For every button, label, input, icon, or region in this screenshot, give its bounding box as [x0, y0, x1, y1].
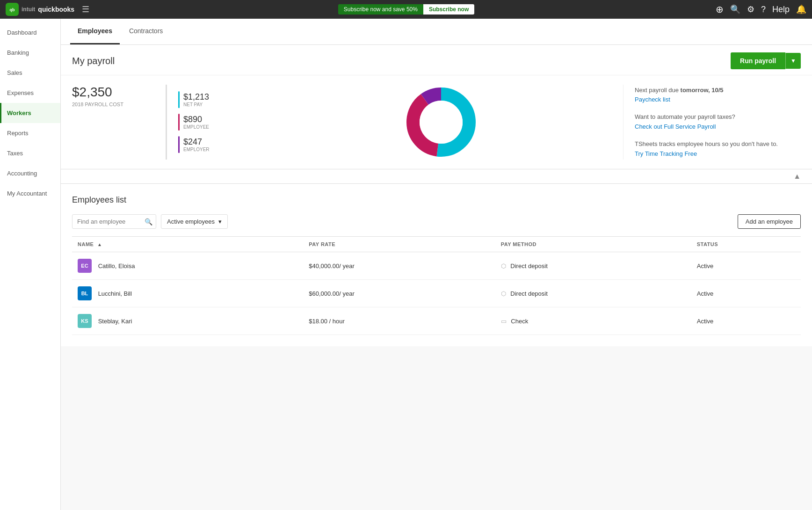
employee-name: Steblay, Kari — [98, 318, 132, 325]
pay-method-cell: ⬡ Direct deposit — [495, 252, 691, 280]
breakdown-employee: $890 EMPLOYEE — [178, 114, 259, 131]
col-name[interactable]: NAME ▲ — [72, 237, 303, 252]
pay-rate-cell: $40,000.00/ year — [303, 252, 495, 280]
logo-icon: qb — [6, 3, 19, 16]
tsheets-text: TSheets tracks employee hours so you don… — [635, 140, 778, 147]
filter-row: 🔍 Active employees ▾ Add an employee — [72, 214, 801, 229]
breakdown-net-pay: $1,213 NET PAY — [178, 91, 259, 108]
employee-name: Catillo, Eloisa — [98, 262, 135, 270]
search-icon: 🔍 — [145, 218, 152, 226]
run-payroll-dropdown[interactable]: ▼ — [785, 53, 801, 69]
full-service-link[interactable]: Check out Full Service Payroll — [635, 122, 801, 132]
add-employee-button[interactable]: Add an employee — [738, 214, 801, 229]
col-pay-rate: PAY RATE — [303, 237, 495, 252]
search-icon[interactable]: 🔍 — [730, 4, 740, 15]
sidebar-item-reports[interactable]: Reports — [0, 123, 60, 143]
logo-brand: quickbooks — [38, 6, 74, 13]
pay-method-cell: ⬡ Direct deposit — [495, 280, 691, 307]
add-icon[interactable]: ⊕ — [716, 4, 724, 15]
active-filter-label: Active employees — [167, 218, 215, 225]
payroll-header: My payroll Run payroll ▼ — [61, 45, 812, 75]
time-tracking-link[interactable]: Try Time Tracking Free — [635, 149, 801, 159]
pay-method-icon-check: ▭ — [501, 318, 507, 325]
status-cell: Active — [691, 280, 801, 307]
subscribe-button[interactable]: Subscribe now — [423, 4, 474, 15]
active-employees-filter[interactable]: Active employees ▾ — [161, 214, 228, 229]
app-layout: Dashboard Banking Sales Expenses Workers… — [0, 19, 812, 510]
sidebar-item-banking[interactable]: Banking — [0, 43, 60, 63]
paycheck-list-link[interactable]: Paycheck list — [635, 95, 801, 105]
help-label[interactable]: Help — [772, 5, 790, 15]
avatar-bl: BL — [78, 286, 92, 300]
pay-method-icon-deposit: ⬡ — [501, 290, 506, 297]
sidebar-item-dashboard[interactable]: Dashboard — [0, 22, 60, 43]
pay-method-cell: ▭ Check — [495, 307, 691, 335]
sidebar-item-expenses[interactable]: Expenses — [0, 83, 60, 103]
pay-rate-cell: $60,000.00/ year — [303, 280, 495, 307]
table-row[interactable]: BL Lucchini, Bill $60,000.00/ year ⬡ Dir… — [72, 280, 801, 307]
notifications-icon[interactable]: 🔔 — [796, 4, 806, 15]
next-payroll-text: Next payroll due — [635, 87, 679, 94]
help-icon[interactable]: ? — [761, 5, 766, 15]
employee-name-cell: KS Steblay, Kari — [72, 307, 303, 335]
sidebar-item-accounting[interactable]: Accounting — [0, 163, 60, 183]
employee-name-cell: EC Catillo, Eloisa — [72, 252, 303, 280]
automate-text: Want to automate your payroll taxes? — [635, 113, 735, 120]
menu-icon[interactable]: ☰ — [82, 4, 89, 15]
svg-point-5 — [420, 101, 463, 144]
avatar-ec: EC — [78, 259, 92, 273]
topbar: qb intuit quickbooks ☰ Subscribe now and… — [0, 0, 812, 19]
donut-chart — [404, 85, 478, 160]
payroll-cost-label: 2018 PAYROLL COST — [72, 102, 154, 107]
employer-amount: $247 — [183, 137, 210, 147]
next-payroll-bold: tomorrow, 10/5 — [681, 87, 724, 94]
status-cell: Active — [691, 307, 801, 335]
topbar-actions: ⊕ 🔍 ⚙ ? Help 🔔 — [716, 4, 806, 15]
net-pay-amount: $1,213 — [183, 92, 209, 102]
next-payroll-info: Next payroll due tomorrow, 10/5 Paycheck… — [635, 86, 801, 105]
tab-contractors[interactable]: Contractors — [122, 19, 170, 44]
employee-label: EMPLOYEE — [183, 124, 209, 130]
breakdown-employer: $247 EMPLOYER — [178, 136, 259, 153]
run-payroll-button[interactable]: Run payroll — [731, 52, 785, 69]
payroll-title: My payroll — [72, 56, 115, 72]
logo-text: intuit — [22, 6, 35, 13]
employee-search-input[interactable] — [72, 214, 156, 229]
sort-arrow-name: ▲ — [97, 242, 102, 247]
payroll-cost-amount: $2,350 — [72, 85, 154, 100]
main-content: Employees Contractors My payroll Run pay… — [61, 19, 812, 510]
table-header-row: NAME ▲ PAY RATE PAY METHOD STATUS — [72, 237, 801, 252]
employee-table: NAME ▲ PAY RATE PAY METHOD STATUS — [72, 236, 801, 335]
search-wrap: 🔍 — [72, 214, 156, 229]
sidebar-item-sales[interactable]: Sales — [0, 63, 60, 83]
payroll-info-right: Next payroll due tomorrow, 10/5 Paycheck… — [623, 85, 801, 160]
table-row[interactable]: EC Catillo, Eloisa $40,000.00/ year ⬡ Di… — [72, 252, 801, 280]
automate-taxes-info: Want to automate your payroll taxes? Che… — [635, 112, 801, 132]
subscribe-banner-area: Subscribe now and save 50% Subscribe now — [97, 4, 716, 15]
filter-left: 🔍 Active employees ▾ — [72, 214, 228, 229]
collapse-payroll-button[interactable]: ▲ — [61, 169, 812, 184]
app-logo[interactable]: qb intuit quickbooks — [6, 3, 74, 16]
employee-amount: $890 — [183, 115, 209, 124]
avatar-ks: KS — [78, 314, 92, 328]
employee-bar — [178, 114, 180, 131]
net-pay-label: NET PAY — [183, 102, 209, 107]
pay-rate-cell: $18.00 / hour — [303, 307, 495, 335]
net-pay-bar — [178, 91, 180, 108]
col-pay-method: PAY METHOD — [495, 237, 691, 252]
employee-name: Lucchini, Bill — [98, 290, 132, 297]
sidebar-item-workers[interactable]: Workers — [0, 103, 60, 123]
sidebar-item-taxes[interactable]: Taxes — [0, 143, 60, 163]
table-row[interactable]: KS Steblay, Kari $18.00 / hour ▭ Check A… — [72, 307, 801, 335]
sidebar-item-my-accountant[interactable]: My Accountant — [0, 183, 60, 204]
svg-text:qb: qb — [10, 7, 15, 12]
payroll-breakdown: $1,213 NET PAY $890 EMPLOYEE $247 EMPL — [166, 85, 259, 160]
tab-employees[interactable]: Employees — [70, 19, 120, 44]
col-status: STATUS — [691, 237, 801, 252]
payroll-details: $2,350 2018 PAYROLL COST $1,213 NET PAY … — [61, 75, 812, 169]
settings-icon[interactable]: ⚙ — [747, 4, 754, 15]
donut-chart-section — [259, 85, 623, 160]
tabs-bar: Employees Contractors — [61, 19, 812, 45]
payroll-cost-section: $2,350 2018 PAYROLL COST — [72, 85, 166, 160]
filter-dropdown-icon: ▾ — [218, 218, 222, 225]
